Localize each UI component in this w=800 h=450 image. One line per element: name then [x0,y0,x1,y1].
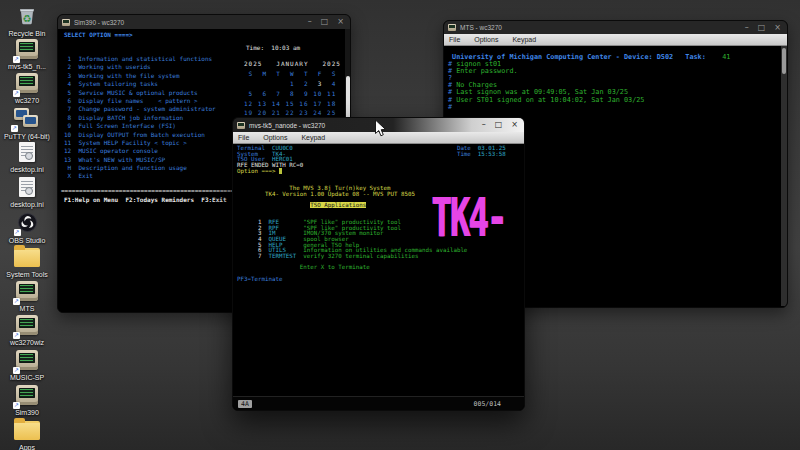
shortcut-arrow-icon: ↗ [14,229,21,236]
connection-status-indicator: 4A [238,400,252,408]
terminal-line: Time: 10:03 am [246,44,300,52]
maximize-button[interactable]: □ [321,17,329,27]
desktop-icon-label: Apps [3,444,51,450]
desktop-icon-putty-64-bit[interactable]: ↗PuTTY (64-bit) [3,108,51,141]
window-tk4[interactable]: mvs-tk5_nanode - wc3270 – □ × FileOption… [232,117,525,411]
desktop-icon-label: OBS Studio [3,237,51,245]
terminal-line: 11 System HELP Facility < topic > [64,139,216,147]
desktop-icon-label: wc3270wiz [3,339,51,347]
terminal-line: X Exit [64,172,216,180]
tk4-titlebar[interactable]: mvs-tk5_nanode - wc3270 – □ × [233,118,524,132]
cursor-position-indicator: 005/014 [474,400,501,408]
shortcut-arrow-icon: ↗ [13,90,20,97]
terminal-line: 6 Display file names < pattern > [64,97,216,105]
desktop-icon-label: PuTTY (64-bit) [3,133,51,141]
terminal-line: 2 Working with userids [64,63,216,71]
terminal-line: 5 Service MUSIC & optional products [64,89,216,97]
desktop-icon-desktop-ini[interactable]: desktop.ini [3,142,51,174]
maximize-button[interactable]: □ [495,120,503,130]
terminal-line: 9 Full Screen Interface (FSI) [64,122,216,130]
menu-item-options[interactable]: Options [474,36,498,43]
shortcut-arrow-icon: ↗ [11,125,18,132]
mts-titlebar[interactable]: MTS - wc3270 – □ × [444,21,787,34]
shortcut-arrow-icon: ↗ [13,298,20,305]
desktop-icon-desktop-ini[interactable]: desktop.ini [3,177,51,209]
desktop-icon-mts[interactable]: ↗MTS [3,281,51,313]
mts-menu-bar: FileOptionsKeypad [444,34,787,46]
desktop-icon-label: Recycle Bin [3,30,51,38]
menu-item-file[interactable]: File [238,134,249,141]
sim390-titlebar[interactable]: Sim390 - wc3270 – □ × [58,15,350,29]
terminal-line: 13 What's NEW with MUSIC/SP [64,156,216,164]
fkey-help-bar: F1:Help on Menu F2:Todays Reminders F3:E… [64,196,241,204]
terminal-line: H Description and function usage [64,164,216,172]
desktop: ♻Recycle Bin↗mvs-tk5_n...↗wc3270↗PuTTY (… [0,0,800,450]
terminal-line: 10 Display OUTPUT from Batch execution [64,131,216,139]
close-button[interactable]: × [511,120,518,130]
desktop-icon-system-tools[interactable]: System Tools [3,246,51,279]
shortcut-arrow-icon: ↗ [13,332,20,339]
desktop-icon-label: mvs-tk5_n... [3,63,51,71]
terminal-line: # User ST01 signed on at 10:04:02, Sat J… [448,97,730,104]
terminal-line: SELECT OPTION ====> [64,31,133,39]
music-main-menu: 1 Information and statistical functions … [64,55,216,181]
scrollbar-thumb[interactable] [782,48,786,74]
recycle-bin-icon: ♻ [16,4,38,30]
tk4-window-title: mvs-tk5_nanode - wc3270 [249,122,482,129]
desktop-icon-label: Sim390 [3,409,51,417]
wc3270-app-icon [237,122,245,129]
desktop-icon-label: MUSIC-SP [3,374,51,382]
mts-window-title: MTS - wc3270 [460,24,745,31]
terminal-line: 2025 JANUARY 2025 [244,59,341,69]
desktop-icon-sim390[interactable]: ↗Sim390 [3,385,51,417]
terminal-line: 4 System tailoring tasks [64,80,216,88]
minimize-button[interactable]: – [482,120,486,130]
tk4-terminal-screen[interactable]: Terminal CUU0C0 Date 03.01.25System TK4-… [233,144,524,397]
menu-item-keypad[interactable]: Keypad [301,134,325,141]
mts-session-text: University of Michigan Computing Center … [448,54,730,111]
desktop-icon-apps[interactable]: Apps [3,419,51,450]
desktop-icon-music-sp[interactable]: ↗MUSIC-SP [3,350,51,382]
config-file-icon [19,177,35,197]
wc3270-app-icon [448,24,456,31]
terminal-line: 12 MUSIC operator console [64,147,216,155]
terminal-line: 5 6 7 8 9 10 11 [244,89,341,99]
terminal-line: 8 Display BATCH job information [64,114,216,122]
svg-text:♻: ♻ [23,13,32,24]
desktop-icon-wc3270[interactable]: ↗wc3270 [3,73,51,105]
time-display: Time: 10:03 am [246,44,300,52]
scrollbar-track[interactable] [781,46,787,306]
minimize-button[interactable]: – [308,17,312,27]
terminal-line: 1 Information and statistical functions [64,55,216,63]
tk4-menu-bar: FileOptionsKeypad [233,132,524,144]
terminal-line: # Enter password. [448,68,730,75]
shortcut-arrow-icon: ↗ [13,402,20,409]
config-file-icon [19,142,35,162]
close-button[interactable]: × [337,17,344,27]
desktop-icon-obs-studio[interactable]: ↗OBS Studio [3,212,51,245]
tk4-logo: TK4- [431,186,505,248]
terminal-line: S M T W T F S [244,69,341,79]
desktop-icon-wc3270wiz[interactable]: ↗wc3270wiz [3,315,51,347]
terminal-line: 7 Change password - system administrator [64,105,216,113]
desktop-icon-recycle-bin[interactable]: ♻Recycle Bin [3,4,51,38]
desktop-icon-label: desktop.ini [3,166,51,174]
close-button[interactable]: × [774,23,781,33]
maximize-button[interactable]: □ [758,23,766,33]
tk4-status-bar: 4A 005/014 [233,396,524,410]
desktop-icon-mvs-tk5-n[interactable]: ↗mvs-tk5_n... [3,39,51,71]
terminal-line: PF3=Terminate [237,277,506,283]
menu-item-file[interactable]: File [449,36,460,43]
terminal-line: # [448,104,730,111]
desktop-icon-label: wc3270 [3,97,51,105]
terminal-line: 12 13 14 15 16 17 18 [244,99,341,109]
desktop-icon-label: desktop.ini [3,201,51,209]
minimize-button[interactable]: – [745,23,749,33]
folder-icon [14,248,40,267]
menu-item-keypad[interactable]: Keypad [512,36,536,43]
terminal-line: 1 2 3 4 [244,79,341,89]
shortcut-arrow-icon: ↗ [13,56,20,63]
menu-item-options[interactable]: Options [263,134,287,141]
desktop-icon-label: System Tools [3,271,51,279]
shortcut-arrow-icon: ↗ [13,367,20,374]
